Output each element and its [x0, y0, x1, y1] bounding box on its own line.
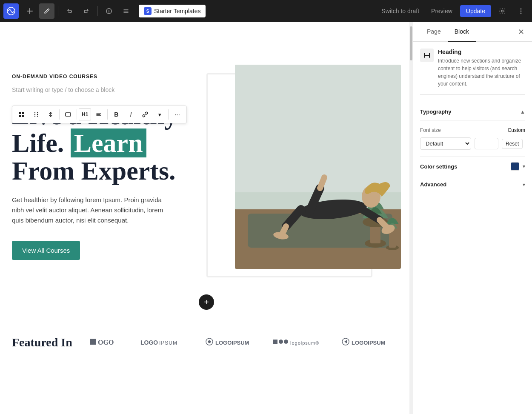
logo-3: LOGOIPSUM	[204, 335, 255, 350]
block-width-btn[interactable]	[61, 108, 75, 121]
link-btn[interactable]	[138, 108, 152, 121]
undo-btn[interactable]	[62, 3, 77, 19]
color-swatch[interactable]	[511, 162, 519, 171]
reset-font-size-btn[interactable]: Reset	[502, 139, 523, 149]
scroll-thumb[interactable]	[410, 26, 412, 60]
svg-point-14	[34, 116, 35, 117]
font-size-row: Font size Custom	[420, 127, 525, 133]
svg-point-12	[34, 114, 35, 115]
svg-rect-42	[273, 340, 277, 344]
svg-rect-36	[90, 339, 96, 345]
info-btn[interactable]	[101, 3, 117, 19]
svg-point-44	[284, 340, 288, 344]
svg-rect-18	[235, 65, 401, 192]
main-layout: H1 B I ▾ ⋯	[0, 22, 532, 414]
svg-rect-7	[22, 112, 24, 114]
tab-block[interactable]: Block	[448, 22, 476, 42]
list-view-btn[interactable]	[118, 3, 134, 19]
top-bar: S Starter Templates Switch to draft Prev…	[0, 0, 532, 22]
heading-line3: From Experts.	[12, 156, 176, 185]
edit-mode-btn[interactable]	[39, 3, 54, 19]
align-btn[interactable]	[92, 108, 106, 121]
block-type-btn[interactable]	[15, 108, 29, 121]
typography-header[interactable]: Typography ▲	[420, 103, 525, 120]
hero-image	[235, 65, 401, 269]
svg-point-2	[501, 10, 503, 12]
font-size-label: Font size	[420, 127, 441, 133]
add-block-row: +	[0, 286, 413, 318]
color-settings-right: ▾	[511, 162, 525, 171]
typography-section: Typography ▲ Font size Custom Default Re…	[420, 103, 525, 157]
starter-templates-btn[interactable]: S Starter Templates	[139, 5, 206, 17]
separator-1	[58, 6, 58, 16]
logo-4: logoipsum®	[272, 335, 323, 350]
font-size-input[interactable]	[475, 138, 498, 149]
toolbar-sep-1	[59, 109, 60, 120]
svg-line-33	[320, 177, 324, 188]
add-block-toolbar-btn[interactable]	[22, 3, 37, 19]
hero-description[interactable]: Get healthier by following lorem Ipsum. …	[12, 195, 174, 226]
more-options-block-btn[interactable]: ⋯	[170, 108, 184, 121]
logo-2: LOGO IPSUM	[140, 335, 187, 350]
hero-section: ON-DEMAND VIDEO COURSES Start writing or…	[0, 48, 413, 286]
toolbar-sep-3	[107, 109, 108, 120]
drag-handle-btn[interactable]	[29, 108, 43, 121]
update-btn[interactable]: Update	[460, 5, 491, 17]
wp-logo-icon[interactable]	[3, 3, 19, 19]
move-up-down-btn[interactable]	[44, 108, 57, 121]
svg-text:IPSUM: IPSUM	[159, 340, 177, 346]
close-panel-btn[interactable]: ✕	[515, 26, 527, 38]
color-settings-row[interactable]: Color settings ▾	[420, 157, 525, 176]
toolbar-sep-4	[168, 109, 169, 120]
canvas-scrollbar[interactable]	[409, 22, 413, 414]
placeholder-text[interactable]: Start writing or type / to choose a bloc…	[12, 86, 194, 93]
on-demand-label: ON-DEMAND VIDEO COURSES	[12, 74, 194, 80]
more-options-btn[interactable]	[513, 3, 529, 19]
heading-block-icon	[420, 49, 434, 62]
typography-title: Typography	[420, 108, 451, 115]
svg-text:LOGOIPSUM: LOGOIPSUM	[215, 340, 249, 346]
page-content: H1 B I ▾ ⋯	[0, 22, 413, 405]
starter-templates-icon: S	[144, 7, 152, 15]
svg-point-10	[34, 112, 35, 113]
preview-btn[interactable]: Preview	[427, 5, 457, 17]
topbar-right: Switch to draft Preview Update	[377, 3, 529, 19]
svg-point-11	[37, 112, 38, 113]
toolbar-sep-2	[77, 109, 77, 120]
svg-rect-6	[19, 112, 21, 114]
svg-point-4	[521, 11, 522, 12]
heading-line2-pre: Life.	[12, 128, 71, 157]
font-size-control: Default Reset	[420, 137, 525, 150]
svg-point-15	[37, 116, 38, 117]
view-all-courses-btn[interactable]: View All Courses	[12, 241, 80, 260]
font-size-select[interactable]: Default	[420, 137, 471, 150]
svg-text:logoipsum®: logoipsum®	[290, 340, 319, 345]
svg-rect-8	[19, 115, 21, 117]
block-toolbar: H1 B I ▾ ⋯	[12, 106, 187, 123]
block-name: Heading	[438, 49, 525, 55]
switch-draft-btn[interactable]: Switch to draft	[377, 5, 423, 17]
add-block-btn[interactable]: +	[199, 294, 214, 310]
separator-2	[97, 6, 98, 16]
heading-level-btn[interactable]: H1	[79, 108, 91, 120]
right-panel: Page Block ✕ Heading Introduce new secti…	[413, 22, 532, 414]
svg-point-3	[521, 9, 522, 10]
block-desc: Introduce new sections and organize cont…	[438, 57, 525, 88]
svg-point-43	[279, 340, 283, 344]
svg-rect-16	[66, 113, 71, 116]
svg-text:LOGO: LOGO	[140, 339, 158, 346]
redo-btn[interactable]	[79, 3, 94, 19]
settings-gear-btn[interactable]	[495, 3, 510, 19]
advanced-row[interactable]: Advanced ▾	[420, 176, 525, 193]
heading-highlight: Learn	[71, 128, 146, 157]
advanced-title: Advanced	[420, 181, 446, 188]
typography-chevron: ▲	[520, 109, 525, 115]
text-dropdown-btn[interactable]: ▾	[153, 108, 166, 121]
logo-1: OGO	[89, 335, 123, 350]
canvas-area[interactable]: H1 B I ▾ ⋯	[0, 22, 413, 414]
tab-page[interactable]: Page	[420, 22, 448, 42]
logo-5: LOGOIPSUM	[340, 335, 387, 350]
block-info: Heading Introduce new sections and organ…	[420, 49, 525, 95]
bold-btn[interactable]: B	[109, 108, 123, 121]
italic-btn[interactable]: I	[124, 108, 137, 121]
